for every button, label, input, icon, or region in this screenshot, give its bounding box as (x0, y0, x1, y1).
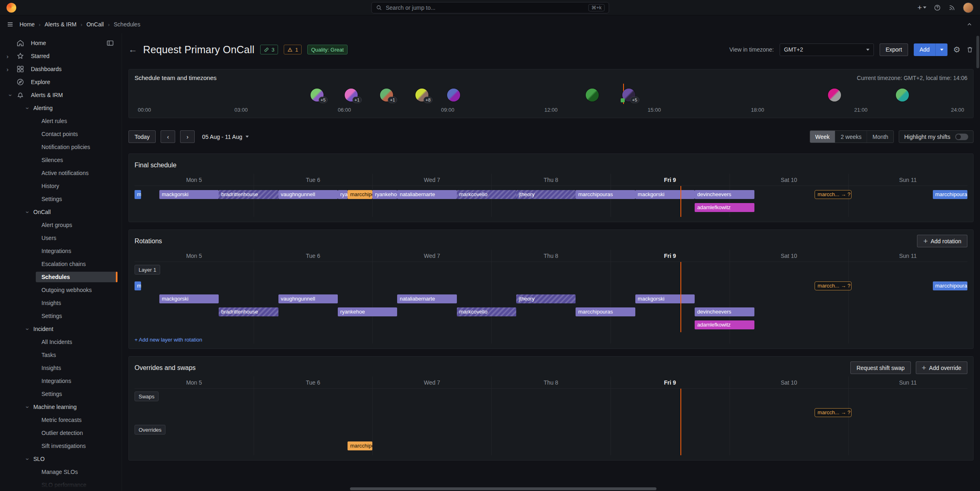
sidebar-item-metric-forecasts[interactable]: Metric forecasts (0, 413, 122, 426)
user-avatar[interactable] (896, 89, 909, 102)
sidebar-item-settings[interactable]: Settings (0, 387, 122, 400)
sidebar-item-all-incidents[interactable]: All Incidents (0, 335, 122, 348)
delete-trash-icon[interactable] (966, 46, 973, 53)
shift-bar[interactable]: marcchipouras (576, 307, 635, 316)
shift-bar[interactable]: devincheevers (695, 190, 754, 199)
user-avatar[interactable]: +1 (380, 89, 393, 102)
date-range-dropdown[interactable]: 05 Aug - 11 Aug (200, 134, 251, 140)
sidebar-item-insights[interactable]: Insights (0, 296, 122, 309)
shift-bar[interactable]: marcchipouras (933, 281, 967, 290)
shift-bar[interactable]: vaughngunnell (278, 294, 338, 303)
shift-bar[interactable]: mackgorski (159, 190, 219, 199)
user-avatar[interactable]: +8 (415, 89, 428, 102)
breadcrumb-item-home[interactable]: Home (20, 21, 35, 28)
shift-bar[interactable]: markcovello (457, 190, 516, 199)
sidebar-item-home[interactable]: ›Home (0, 37, 122, 50)
user-avatar[interactable]: +5 (311, 89, 324, 102)
shift-bar[interactable]: nataliabernarte (397, 294, 456, 303)
add-button[interactable]: Add (914, 43, 935, 56)
sidebar-item-insights[interactable]: Insights (0, 361, 122, 374)
add-override-button[interactable]: +Add override (916, 361, 968, 374)
sidebar-item-explore[interactable]: ›Explore (0, 76, 122, 89)
news-rss-icon[interactable] (948, 4, 956, 11)
shift-bar[interactable]: bradrittenhouse (219, 190, 278, 199)
menu-toggle-icon[interactable] (7, 21, 14, 28)
grafana-logo[interactable] (7, 3, 16, 13)
shift-bar[interactable]: vaughngunnell (278, 190, 338, 199)
shift-bar[interactable]: mackgorski (159, 294, 219, 303)
sidebar-item-integrations[interactable]: Integrations (0, 244, 122, 257)
sidebar-item-dashboards[interactable]: ›Dashboards (0, 63, 122, 76)
timezone-select[interactable]: GMT+2 (780, 43, 874, 56)
sidebar-item-settings[interactable]: Settings (0, 309, 122, 322)
sidebar-item-starred[interactable]: ›Starred (0, 50, 122, 63)
shift-bar[interactable]: nataliabernarte (397, 190, 456, 199)
sidebar-item-manage-slos[interactable]: Manage SLOs (0, 465, 122, 478)
sidebar-item-alert-rules[interactable]: Alert rules (0, 115, 122, 128)
sidebar-item-machine-learning[interactable]: ›Machine learning (0, 400, 122, 413)
sidebar-item-slo[interactable]: ›SLO (0, 452, 122, 465)
sidebar-item-contact-points[interactable]: Contact points (0, 128, 122, 141)
request-shift-swap-button[interactable]: Request shift swap (850, 361, 910, 374)
shift-bar[interactable]: ryankehoe (338, 307, 397, 316)
view-mode-month[interactable]: Month (867, 131, 893, 143)
user-avatar[interactable]: +1 (345, 89, 358, 102)
shift-swap-request[interactable]: marcch... → ? (815, 190, 851, 199)
linked-escalations-badge[interactable]: 3 (260, 45, 278, 54)
search-input[interactable]: Search or jump to... ⌘+k (371, 2, 609, 13)
view-mode-week[interactable]: Week (810, 131, 835, 143)
view-mode-2-weeks[interactable]: 2 weeks (835, 131, 867, 143)
sidebar-item-outgoing-webhooks[interactable]: Outgoing webhooks (0, 283, 122, 296)
next-week-button[interactable]: › (180, 130, 195, 143)
sidebar-item-escalation-chains[interactable]: Escalation chains (0, 257, 122, 270)
settings-gear-icon[interactable]: ⚙ (953, 45, 960, 54)
shift-bar[interactable]: ryankehoe (372, 190, 397, 199)
sidebar-item-alerting[interactable]: ›Alerting (0, 102, 122, 115)
user-avatar[interactable] (963, 2, 973, 13)
sidebar-item-integrations[interactable]: Integrations (0, 374, 122, 387)
sidebar-item-notification-policies[interactable]: Notification policies (0, 141, 122, 154)
breadcrumb-item-alerts-irm[interactable]: Alerts & IRM (45, 21, 77, 28)
shift-bar[interactable]: marcchipouras (348, 441, 372, 450)
sidebar-item-alerts-irm[interactable]: ›Alerts & IRM (0, 89, 122, 102)
highlight-shifts-toggle[interactable] (955, 134, 968, 140)
help-icon[interactable] (934, 4, 941, 11)
shift-bar[interactable]: marcchipouras (576, 190, 635, 199)
shift-bar[interactable]: marcchipouras (135, 281, 141, 290)
export-button[interactable]: Export (880, 43, 908, 56)
user-avatar[interactable] (586, 89, 599, 102)
sidebar-item-outlier-detection[interactable]: Outlier detection (0, 426, 122, 439)
sidebar-item-schedules[interactable]: Schedules (0, 270, 122, 283)
new-menu-button[interactable]: + (917, 4, 926, 11)
add-rotation-button[interactable]: +Add rotation (917, 235, 967, 247)
sidebar-item-active-notifications[interactable]: Active notifications (0, 167, 122, 180)
chevron-up-icon[interactable] (966, 21, 973, 28)
user-avatar[interactable] (828, 89, 841, 102)
back-arrow-button[interactable]: ← (128, 45, 137, 54)
warning-badge[interactable]: 1 (284, 45, 302, 54)
shift-swap-request[interactable]: marcch... → ? (815, 408, 851, 417)
user-avatar[interactable]: +5 (622, 89, 635, 102)
shift-bar[interactable]: bradrittenhouse (219, 307, 278, 316)
sidebar-item-history[interactable]: History (0, 180, 122, 193)
shift-swap-request[interactable]: marcch... → ? (815, 281, 851, 290)
shift-bar[interactable]: marcchipouras (933, 190, 967, 199)
sidebar-item-oncall[interactable]: ›OnCall (0, 205, 122, 218)
sidebar-item-silences[interactable]: Silences (0, 154, 122, 167)
shift-bar[interactable]: jtheory (516, 190, 576, 199)
dock-menu-icon[interactable] (106, 39, 114, 47)
today-button[interactable]: Today (128, 130, 156, 143)
user-avatar[interactable] (447, 89, 460, 102)
sidebar-item-incident[interactable]: ›Incident (0, 322, 122, 335)
sidebar-item-alert-groups[interactable]: Alert groups (0, 218, 122, 231)
shift-bar[interactable]: mackgorski (635, 190, 695, 199)
sidebar-item-tasks[interactable]: Tasks (0, 348, 122, 361)
sidebar-item-sift-investigations[interactable]: Sift investigations (0, 439, 122, 452)
add-dropdown-button[interactable] (935, 43, 947, 56)
breadcrumb-item-oncall[interactable]: OnCall (87, 21, 104, 28)
sidebar-item-users[interactable]: Users (0, 231, 122, 244)
shift-bar[interactable]: jtheory (516, 294, 576, 303)
previous-week-button[interactable]: ‹ (161, 130, 175, 143)
shift-bar[interactable]: marcchipouras (135, 190, 141, 199)
shift-bar[interactable]: ryankehoe (338, 190, 348, 199)
